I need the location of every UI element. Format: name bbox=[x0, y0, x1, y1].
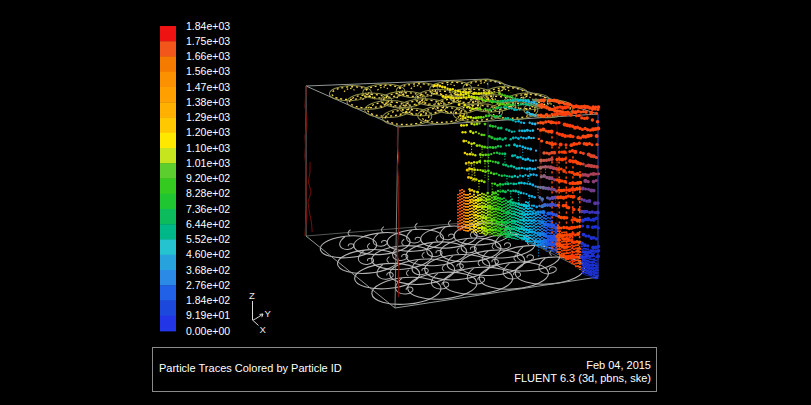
particle-dot bbox=[470, 95, 472, 97]
trace-column-orange bbox=[566, 147, 567, 260]
particle-dot bbox=[510, 165, 513, 168]
particle-dot bbox=[484, 205, 487, 208]
particle-dot bbox=[521, 129, 524, 132]
particle-dot bbox=[515, 203, 517, 205]
particle-dot bbox=[525, 205, 528, 208]
particle-dot bbox=[518, 167, 521, 170]
particle-dot bbox=[591, 118, 594, 121]
particle-dot bbox=[491, 115, 493, 117]
particle-dot bbox=[493, 152, 495, 154]
particle-dot bbox=[517, 202, 520, 205]
particle-dot bbox=[476, 161, 479, 164]
particle-dot bbox=[493, 182, 496, 185]
particle-dot bbox=[462, 115, 465, 118]
legend-band bbox=[160, 102, 176, 118]
particle-dot bbox=[472, 132, 475, 135]
particle-dot bbox=[527, 147, 529, 149]
particle-dot bbox=[496, 152, 498, 154]
particle-dot bbox=[523, 203, 526, 206]
particle-dot bbox=[526, 213, 528, 215]
particle-dot bbox=[562, 189, 566, 193]
particle-dot bbox=[469, 116, 472, 119]
particle-dot bbox=[497, 208, 500, 211]
particle-dot bbox=[452, 97, 455, 100]
particle-dot bbox=[471, 107, 474, 110]
particle-dot bbox=[584, 188, 587, 191]
particle-dot bbox=[574, 104, 578, 108]
particle-dot bbox=[512, 119, 514, 121]
particle-dot bbox=[523, 228, 526, 231]
particle-dot bbox=[483, 91, 486, 94]
legend-tick-label: 1.01e+03 bbox=[186, 157, 230, 169]
particle-dot bbox=[479, 122, 481, 124]
particle-dot bbox=[450, 96, 453, 99]
legend-tick-label: 1.38e+03 bbox=[186, 96, 230, 108]
particle-dot bbox=[470, 123, 473, 126]
particle-dot bbox=[464, 131, 466, 133]
particle-dot bbox=[510, 138, 512, 140]
particle-dot bbox=[499, 115, 502, 118]
particle-dot bbox=[520, 203, 522, 205]
particle-dot bbox=[474, 169, 477, 172]
particle-dot bbox=[436, 84, 438, 86]
particle-dot bbox=[515, 167, 518, 170]
particle-dot bbox=[438, 85, 441, 88]
canvas-background bbox=[0, 0, 811, 405]
particle-dot bbox=[460, 91, 462, 93]
particle-dot bbox=[494, 161, 497, 164]
particle-dot bbox=[561, 180, 564, 183]
particle-dot bbox=[494, 125, 496, 127]
colorbar-legend: 1.84e+031.75e+031.66e+031.56e+031.47e+03… bbox=[160, 20, 230, 337]
legend-tick-label: 6.44e+02 bbox=[186, 218, 230, 230]
particle-dot bbox=[562, 226, 565, 229]
particle-dot bbox=[529, 183, 532, 186]
particle-dot bbox=[514, 154, 516, 156]
particle-dot bbox=[569, 113, 573, 117]
particle-dot bbox=[509, 118, 511, 120]
particle-dot bbox=[530, 173, 533, 176]
particle-dot bbox=[517, 120, 520, 123]
particle-dot bbox=[508, 144, 511, 147]
particle-dot bbox=[486, 146, 489, 149]
particle-dot bbox=[526, 129, 529, 132]
particle-dot bbox=[529, 122, 531, 124]
particle-dot bbox=[480, 179, 483, 182]
particle-dot bbox=[520, 182, 523, 185]
particle-dot bbox=[494, 191, 496, 193]
particle-dot bbox=[525, 100, 527, 102]
particle-dot bbox=[442, 95, 445, 98]
particle-dot bbox=[507, 99, 509, 101]
particle-dot bbox=[535, 174, 537, 176]
particle-dot bbox=[463, 104, 466, 107]
particle-dot bbox=[573, 226, 576, 229]
particle-dot bbox=[537, 243, 540, 246]
legend-tick-label: 9.20e+02 bbox=[186, 172, 230, 184]
particle-dot bbox=[510, 190, 512, 192]
legend-tick-label: 1.47e+03 bbox=[186, 81, 230, 93]
particle-dot bbox=[497, 190, 500, 193]
particle-dot bbox=[528, 219, 530, 221]
axis-z-label: Z bbox=[249, 290, 255, 301]
particle-dot bbox=[537, 212, 539, 214]
particle-dot bbox=[526, 111, 529, 114]
particle-dot bbox=[597, 245, 600, 248]
particle-dot bbox=[527, 136, 530, 139]
particle-dot bbox=[596, 211, 600, 215]
particle-dot bbox=[515, 136, 517, 138]
particle-dot bbox=[531, 168, 534, 171]
particle-dot bbox=[517, 191, 520, 194]
particle-dot bbox=[481, 145, 484, 148]
particle-dot bbox=[496, 138, 499, 141]
particle-dot bbox=[487, 154, 490, 157]
legend-band bbox=[160, 133, 176, 149]
particle-dot bbox=[517, 176, 519, 178]
particle-dot bbox=[489, 160, 491, 162]
particle-dot bbox=[563, 157, 566, 160]
particle-dot bbox=[520, 136, 522, 138]
particle-dot bbox=[496, 184, 499, 187]
particle-dot bbox=[522, 157, 525, 160]
particle-dot bbox=[537, 240, 540, 243]
particle-dot bbox=[506, 175, 508, 177]
particle-dot bbox=[497, 107, 500, 110]
particle-dot bbox=[591, 143, 594, 146]
